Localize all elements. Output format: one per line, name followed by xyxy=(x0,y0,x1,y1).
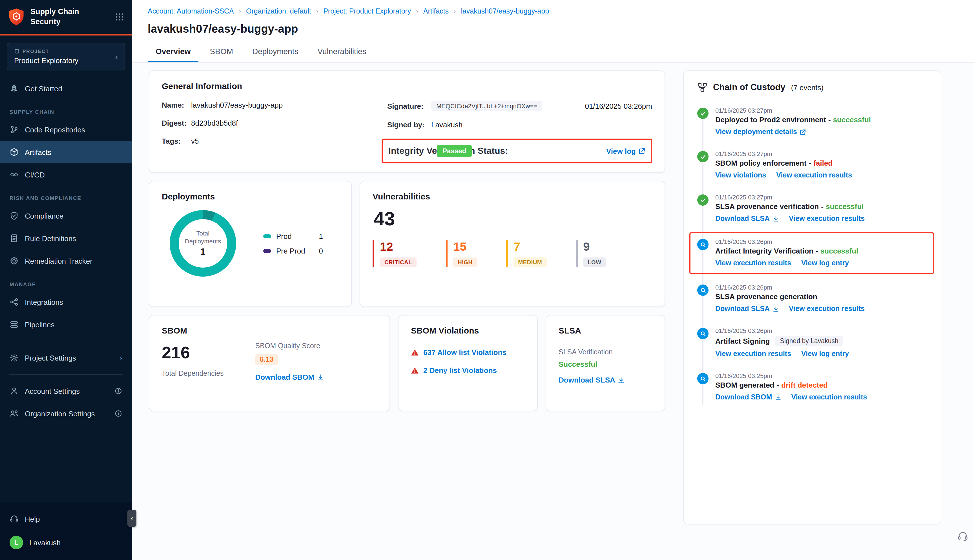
event-time: 01/16/2025 03:26pm xyxy=(715,284,927,291)
download-slsa-link[interactable]: Download SLSA xyxy=(715,215,779,223)
sidebar-item-label: Organization Settings xyxy=(25,409,95,418)
event-status: drift detected xyxy=(781,381,828,389)
person-icon xyxy=(10,387,18,395)
breadcrumb-artifact-name[interactable]: lavakush07/easy-buggy-app xyxy=(461,7,549,15)
deployments-legend: Prod 1 Pre Prod 0 xyxy=(263,226,323,261)
sidebar-item-account-settings[interactable]: Account Settings xyxy=(0,380,132,402)
project-selector[interactable]: PROJECT Product Exploratory › xyxy=(7,43,125,70)
annotation-box-integrity: Integrity Verification Status: Passed Vi… xyxy=(382,138,652,163)
divider xyxy=(9,341,123,342)
deny-list-violations-row: 2 Deny list Violations xyxy=(411,366,525,375)
sidebar-item-label: Project Settings xyxy=(25,353,76,362)
sidebar-collapse-handle[interactable]: ‹ xyxy=(127,510,137,527)
sbom-total-dependencies: 216 xyxy=(162,343,224,362)
signed-by-row: Signed by: Lavakush xyxy=(387,120,652,129)
slsa-generation-event-icon xyxy=(697,285,709,296)
sidebar-item-cicd[interactable]: CI/CD xyxy=(0,163,132,186)
deployments-donut-chart: Total Deployments 1 xyxy=(170,210,236,277)
download-slsa-link[interactable]: Download SLSA xyxy=(559,376,625,384)
general-information-card: General Information Name: lavakush07/eas… xyxy=(149,70,665,173)
info-icon xyxy=(114,387,122,395)
sidebar-item-label: Rule Definitions xyxy=(25,234,76,243)
sbom-quality-score-badge: 6.13 xyxy=(255,354,278,365)
view-execution-results-link[interactable]: View execution results xyxy=(776,171,852,179)
sidebar-item-integrations[interactable]: Integrations xyxy=(0,291,132,313)
allow-list-violations-link[interactable]: 637 Allow list Violations xyxy=(423,348,507,357)
sidebar-footer: Help L Lavakush xyxy=(0,503,132,560)
view-execution-results-link[interactable]: View execution results xyxy=(789,215,865,223)
artifact-signing-event-icon xyxy=(697,328,709,339)
download-sbom-link[interactable]: Download SBOM xyxy=(715,393,781,401)
event-title: SBOM policy enforcement - failed xyxy=(715,159,927,167)
card-title: SBOM xyxy=(162,326,377,335)
download-icon xyxy=(772,306,779,312)
breadcrumb-organization[interactable]: Organization: default xyxy=(246,7,311,15)
nav-apps-icon[interactable] xyxy=(115,12,124,21)
breadcrumb-account[interactable]: Account: Automation-SSCA xyxy=(148,7,234,15)
download-sbom-link[interactable]: Download SBOM xyxy=(255,373,324,382)
severity-low: 9 LOW xyxy=(576,240,605,267)
allow-list-violations-row: 637 Allow list Violations xyxy=(411,348,525,357)
user-menu[interactable]: L Lavakush xyxy=(0,531,132,554)
deny-list-violations-link[interactable]: 2 Deny list Violations xyxy=(423,366,497,375)
severity-medium: 7 MEDIUM xyxy=(507,240,547,267)
signature-timestamp: 01/16/2025 03:26pm xyxy=(585,102,652,110)
project-label: PROJECT xyxy=(23,48,49,54)
view-execution-results-link[interactable]: View execution results xyxy=(791,393,867,401)
sidebar-item-label: Pipelines xyxy=(25,320,55,329)
view-violations-link[interactable]: View violations xyxy=(715,171,766,179)
digest-row: Digest: 8d23bd3b5d8f xyxy=(162,119,387,127)
view-execution-results-link[interactable]: View execution results xyxy=(789,305,865,313)
sidebar-item-organization-settings[interactable]: Organization Settings xyxy=(0,402,132,425)
severity-row: 12 CRITICAL 15 HIGH 7 MEDIUM xyxy=(373,240,652,267)
view-execution-results-link[interactable]: View execution results xyxy=(715,259,791,267)
help-label: Help xyxy=(25,515,40,523)
view-log-entry-link[interactable]: View log entry xyxy=(801,259,849,267)
signature-value[interactable]: MEQCICde2VjIT...bL+2+mqnOXw== xyxy=(431,101,542,111)
download-slsa-link[interactable]: Download SLSA xyxy=(715,305,779,313)
resource-center-icon[interactable] xyxy=(957,531,968,544)
sbom-generated-event-icon xyxy=(697,373,709,384)
breadcrumb-separator: › xyxy=(416,8,418,15)
event-time: 01/16/2025 03:26pm xyxy=(715,238,928,245)
download-icon xyxy=(775,394,781,400)
tab-deployments[interactable]: Deployments xyxy=(244,42,306,62)
view-log-entry-link[interactable]: View log entry xyxy=(801,350,849,358)
divider xyxy=(9,374,123,375)
breadcrumb-project[interactable]: Project: Product Exploratory xyxy=(323,7,411,15)
slsa-verification-event-icon xyxy=(697,194,709,206)
user-name: Lavakush xyxy=(29,538,61,547)
sidebar-item-code-repositories[interactable]: Code Repositories xyxy=(0,118,132,141)
content-area: General Information Name: lavakush07/eas… xyxy=(132,63,974,560)
timeline-event-artifact-signing: 01/16/2025 03:26pm Artifact Signing Sign… xyxy=(697,327,927,358)
sidebar-item-rule-definitions[interactable]: Rule Definitions xyxy=(0,227,132,250)
sidebar-item-project-settings[interactable]: Project Settings › xyxy=(0,347,132,369)
chain-of-custody-icon xyxy=(697,82,707,92)
severity-high: 15 HIGH xyxy=(446,240,477,267)
project-icon xyxy=(14,48,20,54)
deployments-card: Deployments Total Deployments 1 xyxy=(149,181,352,307)
sidebar-item-remediation-tracker[interactable]: Remediation Tracker xyxy=(0,250,132,272)
tab-vulnerabilities[interactable]: Vulnerabilities xyxy=(309,42,374,62)
sidebar-item-label: Code Repositories xyxy=(25,125,85,134)
help-button[interactable]: Help xyxy=(0,507,132,531)
tab-bar: Overview SBOM Deployments Vulnerabilitie… xyxy=(148,42,958,62)
breadcrumb-artifacts[interactable]: Artifacts xyxy=(423,7,449,15)
chain-of-custody-header: Chain of Custody (7 events) xyxy=(697,82,927,92)
sidebar-item-get-started[interactable]: Get Started xyxy=(0,77,132,100)
nav-section-risk-and-compliance: RISK AND COMPLIANCE xyxy=(0,186,132,205)
slsa-card: SLSA SLSA Verification Successful Downlo… xyxy=(545,315,665,411)
sidebar-item-compliance[interactable]: Compliance xyxy=(0,205,132,227)
tab-overview[interactable]: Overview xyxy=(148,42,199,62)
view-deployment-details-link[interactable]: View deployment details xyxy=(715,128,806,136)
view-execution-results-link[interactable]: View execution results xyxy=(715,350,791,358)
sidebar-item-label: Account Settings xyxy=(25,387,80,395)
signature-row: Signature: MEQCICde2VjIT...bL+2+mqnOXw==… xyxy=(387,101,652,111)
sidebar-item-artifacts[interactable]: Artifacts xyxy=(0,141,132,163)
view-log-link[interactable]: View log xyxy=(606,147,645,155)
sidebar-item-pipelines[interactable]: Pipelines xyxy=(0,313,132,336)
breadcrumb-separator: › xyxy=(316,8,318,15)
tab-sbom[interactable]: SBOM xyxy=(202,42,241,62)
card-title: General Information xyxy=(162,81,652,91)
sidebar-item-label: Get Started xyxy=(25,84,62,93)
